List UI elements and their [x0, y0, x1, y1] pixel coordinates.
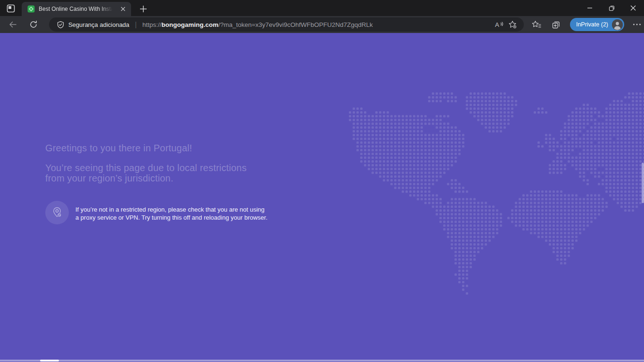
vpn-note-line-1: If you’re not in a restricted region, pl…: [75, 206, 264, 213]
url-text: https://bongogaming.com/?ma_token=x3y7ev…: [142, 21, 373, 28]
url-path: /?ma_token=x3y7ev9vi9cOhfWFbOPFU2Nd7Zgqd…: [218, 21, 373, 28]
address-bar[interactable]: Segurança adicionada | https://bongogami…: [49, 17, 524, 32]
inprivate-badge[interactable]: InPrivate (2): [570, 18, 624, 31]
restriction-line-2: from your region’s jurisdiction.: [45, 173, 173, 183]
favorites-star-icon: [532, 20, 541, 29]
page-content: Greetings to you there in Portugal! You’…: [0, 33, 644, 362]
restriction-line-1: You’re seeing this page due to local res…: [45, 163, 247, 173]
collections-icon: [552, 20, 561, 29]
tab-actions-icon: [5, 2, 17, 15]
close-button[interactable]: [622, 0, 644, 16]
horizontal-scrollbar-thumb[interactable]: [40, 360, 59, 362]
minimize-button[interactable]: [579, 0, 601, 16]
star-add-icon: [508, 20, 517, 29]
url-scheme: https://: [142, 21, 162, 28]
inprivate-label: InPrivate (2): [576, 21, 608, 28]
window-titlebar: Best Online Casino With Instant W: [0, 0, 644, 16]
vpn-note-text: If you’re not in a restricted region, pl…: [75, 206, 267, 224]
read-aloud-button[interactable]: A: [493, 18, 506, 31]
favorites-button[interactable]: [529, 17, 544, 32]
site-favicon-icon: [27, 5, 35, 13]
greeting-heading: Greetings to you there in Portugal!: [45, 143, 192, 154]
security-status-label: Segurança adicionada: [68, 21, 129, 28]
back-arrow-icon: [8, 20, 17, 29]
location-off-badge: [45, 201, 69, 224]
browser-toolbar: Segurança adicionada | https://bongogami…: [0, 16, 644, 33]
restriction-message: You’re seeing this page due to local res…: [45, 163, 247, 183]
security-shield-icon: [57, 21, 65, 29]
vpn-note-line-2: a proxy service or VPN. Try turning this…: [75, 214, 267, 221]
back-button[interactable]: [6, 17, 20, 32]
add-favorite-button[interactable]: [506, 18, 519, 31]
vpn-note: If you’re not in a restricted region, pl…: [45, 201, 267, 224]
new-tab-button[interactable]: [138, 3, 149, 15]
plus-icon: [138, 3, 149, 15]
tab-title: Best Online Casino With Instant W: [39, 6, 114, 12]
browser-window: Best Online Casino With Instant W: [0, 0, 644, 362]
settings-more-button[interactable]: [630, 17, 644, 32]
svg-text:A: A: [495, 21, 499, 28]
browser-tab[interactable]: Best Online Casino With Instant W: [22, 2, 131, 16]
vertical-scrollbar-thumb[interactable]: [642, 163, 644, 203]
read-aloud-icon: A: [495, 21, 504, 28]
tab-actions-menu-button[interactable]: [5, 2, 17, 15]
window-controls: [579, 0, 644, 16]
horizontal-scrollbar-track[interactable]: [0, 360, 644, 362]
url-domain: bongogaming.com: [162, 21, 219, 28]
refresh-icon: [29, 20, 38, 29]
tab-close-icon[interactable]: [119, 5, 127, 13]
refresh-button[interactable]: [26, 17, 41, 32]
addressbar-divider: |: [135, 21, 137, 28]
profile-avatar-icon: [612, 19, 623, 30]
more-dots-icon: [633, 23, 641, 26]
location-off-icon: [50, 206, 64, 219]
collections-button[interactable]: [549, 17, 563, 32]
restore-button[interactable]: [601, 0, 622, 16]
world-map-dots: [349, 92, 644, 298]
